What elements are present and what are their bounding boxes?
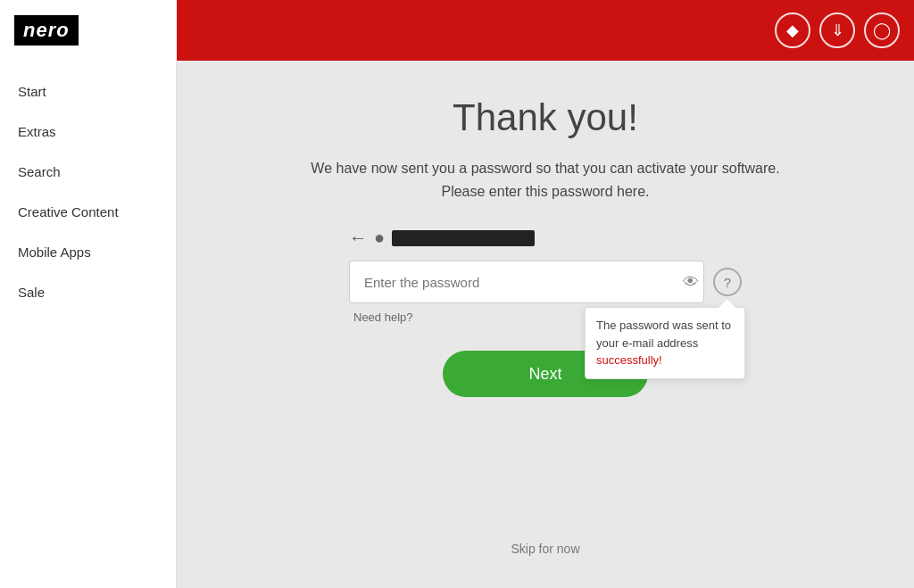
password-input-row: 👁 ? The password was sent to your e-mail… (349, 261, 742, 303)
password-input[interactable] (349, 261, 704, 303)
sidebar-item-mobile-apps[interactable]: Mobile Apps (0, 232, 176, 272)
header-red-bar: ◆ ⇓ ◯ (177, 0, 914, 61)
help-circle-button[interactable]: ? The password was sent to your e-mail a… (713, 268, 742, 296)
globe-button[interactable]: ◆ (775, 12, 810, 48)
header: nero ◆ ⇓ ◯ (0, 0, 914, 61)
question-mark-icon: ? (724, 275, 731, 290)
layout: Start Extras Search Creative Content Mob… (0, 61, 914, 588)
need-help-link[interactable]: Need help? (353, 311, 413, 324)
main-content: Thank you! We have now sent you a passwo… (177, 61, 914, 588)
tooltip-box: The password was sent to your e-mail add… (585, 307, 745, 379)
sidebar: Start Extras Search Creative Content Mob… (0, 61, 177, 588)
account-row: ← ● (349, 228, 742, 248)
logo-area: nero (0, 0, 177, 61)
download-icon: ⇓ (831, 21, 844, 40)
back-arrow-icon[interactable]: ← (349, 228, 367, 248)
subtitle-text: We have now sent you a password so that … (304, 157, 786, 203)
sidebar-item-sale[interactable]: Sale (0, 272, 176, 312)
sidebar-item-extras[interactable]: Extras (0, 112, 176, 152)
account-icon: ◯ (873, 21, 891, 40)
sidebar-item-search[interactable]: Search (0, 152, 176, 192)
globe-icon: ◆ (786, 21, 799, 40)
email-redacted (392, 230, 535, 246)
show-password-icon[interactable]: 👁 (683, 273, 699, 292)
skip-for-now-link[interactable]: Skip for now (511, 542, 579, 570)
account-button[interactable]: ◯ (864, 12, 900, 48)
sidebar-item-start[interactable]: Start (0, 71, 176, 112)
sidebar-item-creative-content[interactable]: Creative Content (0, 192, 176, 232)
download-button[interactable]: ⇓ (819, 12, 855, 48)
nero-logo: nero (14, 15, 79, 46)
thank-you-title: Thank you! (453, 96, 638, 139)
user-avatar-icon: ● (374, 228, 385, 248)
tooltip-highlight: successfully! (596, 353, 662, 367)
